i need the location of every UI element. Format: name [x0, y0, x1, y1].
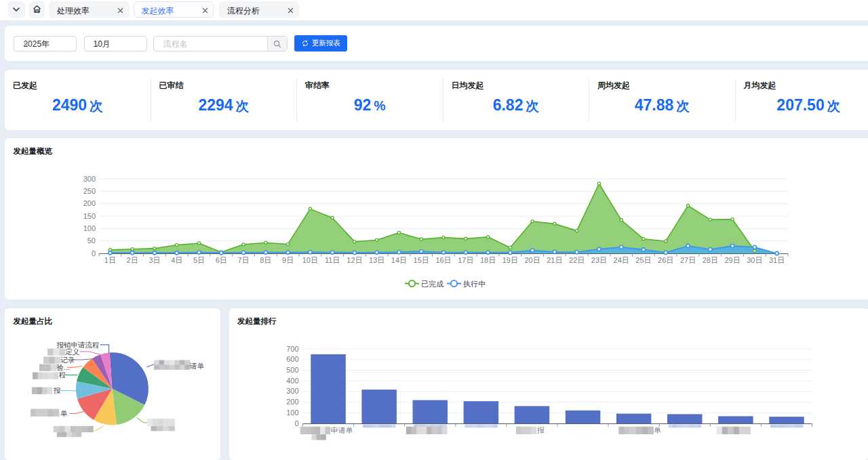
- svg-text:4日: 4日: [171, 256, 182, 264]
- svg-text:24日: 24日: [614, 256, 629, 264]
- svg-text:9日: 9日: [282, 256, 294, 264]
- svg-text:200: 200: [286, 398, 298, 406]
- svg-text:验...: 验...: [56, 363, 69, 371]
- svg-text:申请单: 申请单: [330, 426, 353, 434]
- svg-text:0: 0: [92, 249, 96, 257]
- svg-text:2日: 2日: [127, 256, 138, 264]
- svg-text:600: 600: [286, 355, 298, 363]
- svg-text:500: 500: [286, 366, 298, 374]
- svg-text:27日: 27日: [680, 256, 696, 264]
- svg-text:7日: 7日: [237, 256, 249, 264]
- svg-text:已完成: 已完成: [421, 280, 443, 288]
- svg-text:程: 程: [58, 371, 66, 379]
- svg-text:执行中: 执行中: [463, 280, 486, 288]
- svg-text:3日: 3日: [149, 256, 160, 264]
- svg-text:报: 报: [54, 386, 61, 394]
- svg-text:30日: 30日: [747, 256, 762, 264]
- svg-text:15日: 15日: [414, 256, 429, 264]
- svg-text:0: 0: [294, 419, 298, 427]
- svg-text:请单: 请单: [189, 362, 205, 370]
- svg-text:报: 报: [536, 426, 544, 434]
- svg-text:11日: 11日: [325, 256, 340, 264]
- svg-text:26日: 26日: [658, 256, 673, 264]
- svg-text:28日: 28日: [703, 256, 718, 264]
- svg-text:20日: 20日: [524, 256, 540, 264]
- svg-text:14日: 14日: [391, 256, 407, 264]
- svg-text:16日: 16日: [435, 256, 451, 264]
- svg-text:单: 单: [654, 426, 661, 434]
- svg-text:18日: 18日: [480, 256, 496, 264]
- svg-text:150: 150: [83, 212, 96, 220]
- svg-text:29日: 29日: [724, 256, 740, 264]
- svg-text:100: 100: [83, 224, 96, 232]
- svg-text:300: 300: [83, 175, 96, 183]
- svg-text:25日: 25日: [635, 256, 651, 264]
- svg-text:5日: 5日: [193, 256, 205, 264]
- svg-text:22日: 22日: [569, 256, 585, 264]
- svg-text:23日: 23日: [591, 256, 607, 264]
- svg-text:10日: 10日: [302, 256, 318, 264]
- svg-text:1日: 1日: [104, 256, 116, 264]
- svg-text:700: 700: [286, 345, 298, 353]
- svg-text:300: 300: [286, 387, 298, 395]
- svg-text:400: 400: [286, 377, 298, 385]
- svg-text:100: 100: [286, 409, 298, 417]
- svg-text:250: 250: [83, 187, 96, 195]
- svg-text:12日: 12日: [347, 256, 362, 264]
- svg-text:19日: 19日: [502, 256, 518, 264]
- svg-text:定义: 定义: [65, 348, 80, 356]
- svg-text:8日: 8日: [260, 256, 271, 264]
- svg-text:17日: 17日: [458, 256, 473, 264]
- svg-text:单: 单: [60, 409, 68, 417]
- svg-text:31日: 31日: [769, 256, 785, 264]
- svg-text:21日: 21日: [547, 256, 562, 264]
- svg-text:50: 50: [87, 236, 96, 245]
- svg-text:200: 200: [83, 199, 96, 207]
- svg-text:13日: 13日: [369, 256, 384, 264]
- svg-text:6日: 6日: [216, 256, 227, 264]
